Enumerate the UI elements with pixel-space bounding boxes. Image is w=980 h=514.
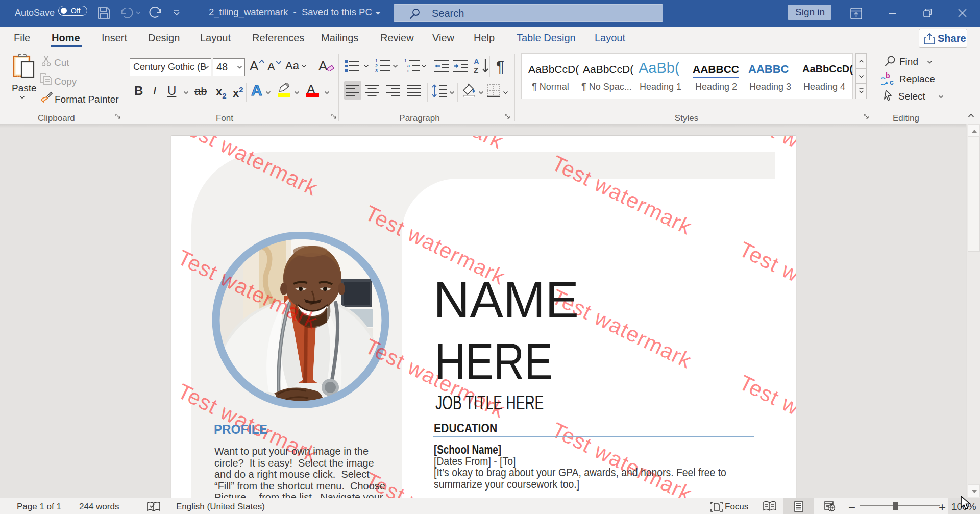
svg-text:c: c — [890, 78, 894, 86]
svg-text:A: A — [474, 58, 479, 66]
svg-text:2: 2 — [375, 63, 378, 68]
svg-text:1: 1 — [404, 58, 407, 63]
svg-text:Z: Z — [474, 66, 478, 74]
svg-text:i: i — [407, 68, 409, 74]
svg-text:1: 1 — [375, 58, 378, 63]
svg-text:3: 3 — [375, 68, 378, 74]
svg-text:a: a — [407, 63, 410, 68]
